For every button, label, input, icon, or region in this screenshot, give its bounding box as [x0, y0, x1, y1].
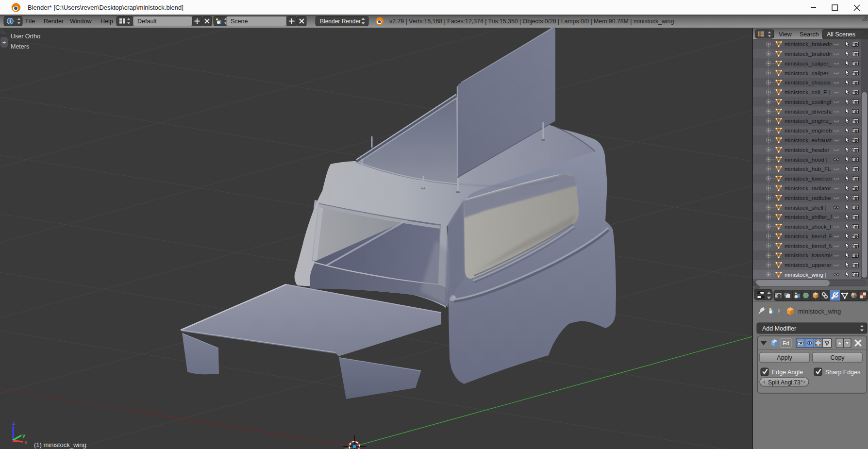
svg-text:ministock_chassis: ministock_chassis [785, 79, 831, 86]
svg-text:Default: Default [137, 18, 157, 25]
svg-text:Ed: Ed [783, 340, 789, 346]
svg-text:ministock_radiator: ministock_radiator [785, 185, 831, 192]
svg-text:y: y [22, 432, 25, 438]
svg-text:ministock_radtube: ministock_radtube [785, 195, 831, 201]
svg-text:Render: Render [44, 18, 64, 25]
svg-text:Edge Angle: Edge Angle [772, 369, 803, 376]
svg-text:ministock_header: ministock_header [785, 147, 830, 153]
svg-text:User Ortho: User Ortho [11, 33, 40, 40]
svg-text:Blender* [C:\Users\reven\Deskt: Blender* [C:\Users\reven\Desktop\crap\mi… [28, 4, 184, 11]
svg-text:Blender Render: Blender Render [320, 18, 361, 25]
svg-text:Apply: Apply [777, 354, 792, 361]
svg-text:ministock_tierod_F: ministock_tierod_F [785, 233, 833, 240]
svg-text:ministock_lowerarm: ministock_lowerarm [785, 175, 835, 182]
svg-text:Sharp Edges: Sharp Edges [825, 369, 860, 376]
svg-text:Copy: Copy [830, 354, 845, 361]
svg-text:All Scenes: All Scenes [827, 31, 855, 38]
svg-text:View: View [779, 31, 792, 38]
svg-text:ministock_exhaust: ministock_exhaust [785, 137, 832, 144]
svg-text:i: i [10, 19, 11, 24]
svg-text:ministock_coil_F |: ministock_coil_F | [785, 89, 830, 96]
svg-text:v2.79 | Verts:15,168 | Faces:1: v2.79 | Verts:15,168 | Faces:12,374 | Tr… [389, 18, 674, 25]
svg-text:ministock_wing |: ministock_wing | [785, 271, 826, 278]
svg-text:+: + [2, 39, 6, 46]
svg-text:ministock_caliper_FL: ministock_caliper_FL [785, 60, 838, 67]
svg-text:Help: Help [100, 18, 113, 25]
svg-text:Meters: Meters [11, 43, 29, 50]
svg-text:ministock_tierod_M: ministock_tierod_M [785, 243, 834, 249]
svg-text:ministock_hub_FL: ministock_hub_FL [785, 166, 831, 172]
svg-text:ministock_upperarm: ministock_upperarm [785, 262, 836, 268]
svg-text:ministock_brakedrum: ministock_brakedrum [785, 50, 839, 57]
svg-text:(1) ministock_wing: (1) ministock_wing [34, 441, 86, 449]
svg-text:ministock_brakedrum: ministock_brakedrum [785, 41, 839, 48]
svg-text:ministock_shifter_M: ministock_shifter_M [785, 214, 835, 220]
svg-text:z: z [12, 420, 15, 426]
svg-text:Search: Search [800, 31, 819, 38]
svg-text:Window: Window [70, 18, 92, 25]
svg-text:Split Angl:73°: Split Angl:73° [768, 379, 803, 386]
svg-text:ministock_wing: ministock_wing [798, 308, 841, 315]
svg-text:Scene: Scene [231, 18, 248, 25]
svg-text:ministock_driveshaft: ministock_driveshaft [785, 108, 837, 115]
svg-text:ministock_shock_F: ministock_shock_F [785, 223, 833, 230]
svg-text:Add Modifier: Add Modifier [762, 325, 796, 332]
svg-text:ministock_hood |: ministock_hood | [785, 156, 827, 163]
svg-text:ministock_coolingfan: ministock_coolingfan [785, 99, 838, 105]
svg-text:File: File [25, 18, 35, 25]
svg-text:ministock_shell |: ministock_shell | [785, 204, 826, 211]
svg-text:x: x [24, 439, 27, 445]
svg-text:ministock_caliper_FR: ministock_caliper_FR [785, 70, 839, 77]
